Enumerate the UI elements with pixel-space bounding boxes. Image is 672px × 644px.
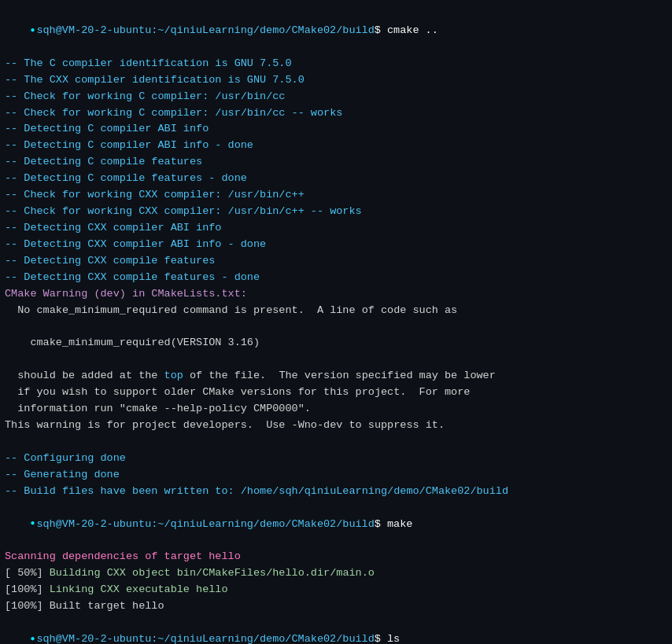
prompt-user: sqh@VM-20-2-ubuntu:~/qiniuLearning/demo/… xyxy=(36,24,374,36)
terminal-blank xyxy=(5,351,667,368)
terminal-line: ●sqh@VM-20-2-ubuntu:~/qiniuLearning/demo… xyxy=(5,500,667,550)
terminal-blank xyxy=(5,434,667,451)
terminal-line: -- Detecting C compile features - done xyxy=(5,171,667,187)
terminal-line: -- Configuring done xyxy=(5,451,667,467)
terminal-line: -- The CXX compiler identification is GN… xyxy=(5,72,667,89)
terminal-line: if you wish to support older CMake versi… xyxy=(5,385,667,401)
terminal-line: ●sqh@VM-20-2-ubuntu:~/qiniuLearning/demo… xyxy=(5,615,667,644)
terminal-line: No cmake_minimum_required command is pre… xyxy=(5,303,667,319)
terminal-line: CMake Warning (dev) in CMakeLists.txt: xyxy=(5,286,667,303)
prompt-user: sqh@VM-20-2-ubuntu:~/qiniuLearning/demo/… xyxy=(36,633,374,644)
cmd-text: $ ls xyxy=(375,633,400,644)
terminal-line: -- Check for working CXX compiler: /usr/… xyxy=(5,204,667,220)
terminal-line: -- Detecting CXX compile features - done xyxy=(5,270,667,286)
prompt-dot: ● xyxy=(30,519,35,528)
terminal-line: Scanning dependencies of target hello xyxy=(5,549,667,565)
prompt-dot: ● xyxy=(30,26,35,35)
cmd-text: $ make xyxy=(375,518,413,530)
prompt-user: sqh@VM-20-2-ubuntu:~/qiniuLearning/demo/… xyxy=(36,518,374,530)
terminal-line: -- Generating done xyxy=(5,467,667,484)
terminal-line: -- Check for working CXX compiler: /usr/… xyxy=(5,187,667,204)
terminal-line: should be added at the top of the file. … xyxy=(5,368,667,385)
terminal-line: -- Detecting CXX compiler ABI info - don… xyxy=(5,237,667,253)
terminal-line: information run "cmake --help-policy CMP… xyxy=(5,401,667,418)
terminal-line: -- The C compiler identification is GNU … xyxy=(5,56,667,72)
terminal-line: -- Build files have been written to: /ho… xyxy=(5,484,667,500)
terminal-line: -- Check for working C compiler: /usr/bi… xyxy=(5,105,667,122)
terminal-line: cmake_minimum_required(VERSION 3.16) xyxy=(5,335,667,351)
terminal-line: -- Detecting C compiler ABI info - done xyxy=(5,138,667,154)
terminal-blank xyxy=(5,319,667,336)
terminal-line: [100%] Built target hello xyxy=(5,598,667,615)
cmd-text: $ cmake .. xyxy=(375,24,438,36)
terminal-line: This warning is for project developers. … xyxy=(5,418,667,434)
terminal-line: -- Detecting C compile features xyxy=(5,154,667,171)
terminal-line: [ 50%] Building CXX object bin/CMakeFile… xyxy=(5,565,667,582)
terminal-line: -- Detecting C compiler ABI info xyxy=(5,121,667,138)
terminal-line: -- Detecting CXX compiler ABI info xyxy=(5,220,667,237)
terminal-line: -- Detecting CXX compile features xyxy=(5,253,667,270)
prompt-dot: ● xyxy=(30,635,35,643)
terminal-line: [100%] Linking CXX executable hello xyxy=(5,582,667,598)
terminal-line: ●sqh@VM-20-2-ubuntu:~/qiniuLearning/demo… xyxy=(5,6,667,56)
terminal-line: -- Check for working C compiler: /usr/bi… xyxy=(5,89,667,105)
terminal-window: ●sqh@VM-20-2-ubuntu:~/qiniuLearning/demo… xyxy=(0,0,672,644)
